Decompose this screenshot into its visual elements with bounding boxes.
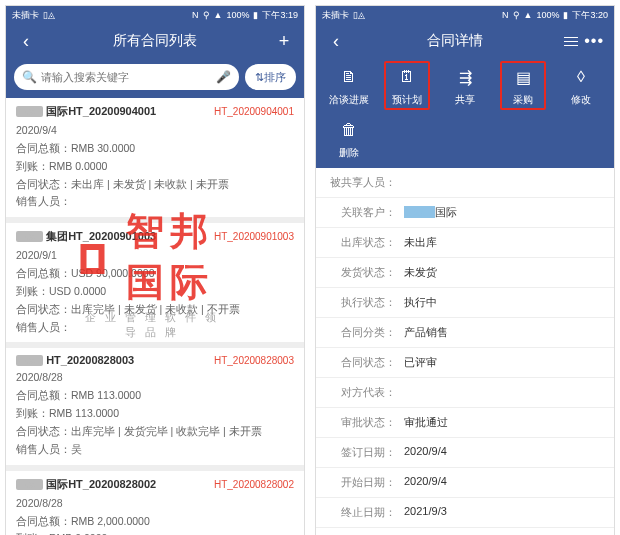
detail-label: 发货状态：	[326, 265, 404, 280]
detail-label: 合同分类：	[326, 325, 404, 340]
contract-field: 销售人员：	[16, 319, 294, 337]
contract-field: 合同状态：未出库 | 未发货 | 未收款 | 未开票	[16, 176, 294, 194]
contract-field: 到账：RMB 113.0000	[16, 405, 294, 423]
detail-row: 执行状态：执行中	[316, 288, 614, 318]
contract-field: 销售人员：吴	[16, 441, 294, 459]
redacted-prefix: xx	[16, 106, 43, 117]
sort-icon: ⇅	[255, 71, 264, 84]
detail-label: 合同状态：	[326, 355, 404, 370]
search-bar: 🔍 🎤 ⇅ 排序	[6, 58, 304, 98]
menu-icon[interactable]	[564, 37, 578, 46]
battery-icon: ▮	[563, 10, 568, 20]
contract-card[interactable]: xxHT_20200828003HT_202008280032020/8/28合…	[6, 348, 304, 464]
detail-value: 执行中	[404, 295, 604, 310]
detail-value: 未发货	[404, 265, 604, 280]
search-input-wrap[interactable]: 🔍 🎤	[14, 64, 239, 90]
detail-row: 终止日期：2021/9/3	[316, 498, 614, 528]
header-bar: ‹ 合同详情 •••	[316, 24, 614, 58]
phone-right: 未插卡 ▯◬ N ⚲ ▲ 100% ▮ 下午3:20 ‹ 合同详情 ••• 🗎洽…	[315, 5, 615, 535]
add-button[interactable]: +	[274, 31, 294, 52]
action-洽谈进展[interactable]: 🗎洽谈进展	[320, 64, 378, 107]
clock: 下午3:20	[572, 9, 608, 22]
sim-status: 未插卡	[322, 9, 349, 22]
action-采购[interactable]: ▤采购	[494, 64, 552, 107]
action-修改[interactable]: ◊修改	[552, 64, 610, 107]
action-label: 删除	[339, 146, 359, 160]
detail-row: 出库状态：未出库	[316, 228, 614, 258]
contract-name: xx国际HT_20200904001	[16, 104, 156, 119]
contract-field: 合同总额：USD 90,000.0000	[16, 265, 294, 283]
detail-value: 产品销售	[404, 325, 604, 340]
contract-name: xxHT_20200828003	[16, 354, 134, 366]
contract-code: HT_20200828003	[214, 355, 294, 366]
action-label: 洽谈进展	[329, 93, 369, 107]
back-icon[interactable]: ‹	[16, 31, 36, 52]
contract-date: 2020/9/4	[16, 122, 294, 140]
detail-row: 合同分类：产品销售	[316, 318, 614, 348]
detail-value: 2020/9/4	[404, 475, 604, 490]
detail-label: 执行状态：	[326, 295, 404, 310]
sim-icon: ▯◬	[43, 10, 55, 20]
more-icon[interactable]: •••	[584, 32, 604, 50]
detail-value: 已评审	[404, 355, 604, 370]
action-label: 共享	[455, 93, 475, 107]
action-删除[interactable]: 🗑删除	[320, 117, 378, 160]
detail-label: 开始日期：	[326, 475, 404, 490]
nfc-icon: N	[502, 10, 509, 20]
detail-value	[404, 385, 604, 400]
contract-code: HT_20200901003	[214, 231, 294, 242]
share-icon: ⇶	[452, 64, 478, 90]
header-bar: ‹ 所有合同列表 +	[6, 24, 304, 58]
wifi-icon: ▲	[524, 10, 533, 20]
contract-card[interactable]: xx集团HT_20200901003HT_202009010032020/9/1…	[6, 223, 304, 342]
detail-value	[404, 175, 604, 190]
detail-row: 签订日期：2020/9/4	[316, 438, 614, 468]
battery-icon: ▮	[253, 10, 258, 20]
status-bar: 未插卡 ▯◬ N ⚲ ▲ 100% ▮ 下午3:19	[6, 6, 304, 24]
detail-value: 2021/9/3	[404, 505, 604, 520]
action-toolbar: 🗎洽谈进展🗓预计划⇶共享▤采购◊修改🗑删除	[316, 58, 614, 168]
battery-pct: 100%	[226, 10, 249, 20]
clock: 下午3:19	[262, 9, 298, 22]
back-icon[interactable]: ‹	[326, 31, 346, 52]
redacted-prefix: xx	[16, 479, 43, 490]
eraser-icon: ◊	[568, 64, 594, 90]
phone-left: 未插卡 ▯◬ N ⚲ ▲ 100% ▮ 下午3:19 ‹ 所有合同列表 + 🔍 …	[5, 5, 305, 535]
highlight-box	[384, 61, 430, 110]
search-doc-icon: 🗎	[336, 64, 362, 90]
action-预计划[interactable]: 🗓预计划	[378, 64, 436, 107]
contract-name: xx集团HT_20200901003	[16, 229, 156, 244]
contract-date: 2020/9/1	[16, 247, 294, 265]
detail-label: 对方代表：	[326, 385, 404, 400]
detail-row: 发货状态：未发货	[316, 258, 614, 288]
redacted-prefix: xx	[16, 231, 43, 242]
search-input[interactable]	[41, 71, 216, 83]
contract-field: 到账：USD 0.0000	[16, 283, 294, 301]
detail-value: 未出库	[404, 235, 604, 250]
detail-value: xx国际	[404, 205, 604, 220]
contract-code: HT_20200828002	[214, 479, 294, 490]
wifi-icon: ▲	[214, 10, 223, 20]
sort-button[interactable]: ⇅ 排序	[245, 64, 296, 90]
action-共享[interactable]: ⇶共享	[436, 64, 494, 107]
detail-label: 关联客户：	[326, 205, 404, 220]
contract-card[interactable]: xx国际HT_20200828002HT_202008280022020/8/2…	[6, 471, 304, 535]
bt-icon: ⚲	[513, 10, 520, 20]
detail-row: 开始日期：2020/9/4	[316, 468, 614, 498]
sim-icon: ▯◬	[353, 10, 365, 20]
sim-status: 未插卡	[12, 9, 39, 22]
detail-row: 审批状态：审批通过	[316, 408, 614, 438]
contract-field: 合同总额：RMB 2,000.0000	[16, 513, 294, 531]
contract-field: 合同总额：RMB 113.0000	[16, 387, 294, 405]
status-bar: 未插卡 ▯◬ N ⚲ ▲ 100% ▮ 下午3:20	[316, 6, 614, 24]
action-label: 修改	[571, 93, 591, 107]
search-icon: 🔍	[22, 70, 37, 84]
contract-field: 到账：RMB 0.0000	[16, 158, 294, 176]
highlight-box	[500, 61, 546, 110]
mic-icon[interactable]: 🎤	[216, 70, 231, 84]
bt-icon: ⚲	[203, 10, 210, 20]
contract-card[interactable]: xx国际HT_20200904001HT_202009040012020/9/4…	[6, 98, 304, 217]
redacted-value: xx	[404, 206, 435, 218]
detail-label: 签订日期：	[326, 445, 404, 460]
contract-field: 到账：RMB 0.0000	[16, 530, 294, 535]
